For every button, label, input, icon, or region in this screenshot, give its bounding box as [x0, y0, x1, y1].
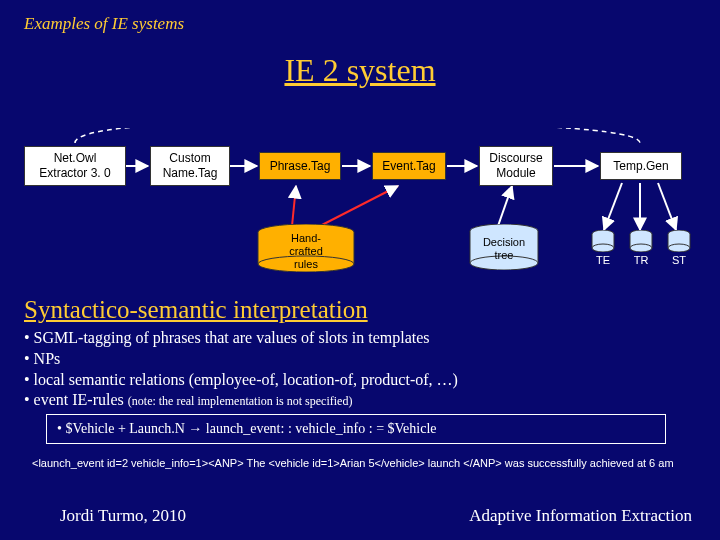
output-st-label: ST — [672, 254, 686, 266]
svg-line-10 — [658, 183, 676, 230]
bullet-3: local semantic relations (employee-of, l… — [24, 370, 696, 391]
bullet-1: SGML-tagging of phrases that are values … — [24, 328, 696, 349]
output-st: ST — [664, 230, 694, 266]
svg-point-35 — [668, 244, 690, 252]
slide-header: Examples of IE systems — [24, 14, 184, 34]
node-decisiontree: Decision tree — [468, 224, 540, 270]
node-phrase: Phrase.Tag — [259, 152, 341, 180]
svg-point-25 — [592, 244, 614, 252]
bullet-4: event IE-rules (note: the real implement… — [24, 390, 696, 411]
svg-line-8 — [604, 183, 622, 230]
svg-line-7 — [498, 186, 512, 226]
node-handrules: Hand-crafted rules — [256, 224, 356, 272]
node-netowl: Net.Owl Extractor 3. 0 — [24, 146, 126, 186]
svg-line-6 — [320, 186, 398, 226]
handrules-label: Hand-crafted rules — [281, 232, 331, 272]
output-tr: TR — [626, 230, 656, 266]
rule-code-box: $Vehicle + Launch.N → launch_event: : ve… — [46, 414, 666, 444]
svg-point-30 — [630, 244, 652, 252]
section-heading: Syntactico-semantic interpretation — [24, 296, 368, 324]
bullet-4-note: (note: the real implementation is not sp… — [128, 394, 353, 408]
slide-title: IE 2 system — [0, 52, 720, 89]
bullet-2: NPs — [24, 349, 696, 370]
node-tempgen: Temp.Gen — [600, 152, 682, 180]
node-event: Event.Tag — [372, 152, 446, 180]
svg-line-5 — [292, 186, 296, 226]
sgml-example: <launch_event id=2 vehicle_info=1><ANP> … — [32, 456, 688, 471]
output-tr-label: TR — [634, 254, 649, 266]
output-te: TE — [588, 230, 618, 266]
footer-author: Jordi Turmo, 2010 — [60, 506, 186, 526]
decisiontree-label: Decision tree — [483, 236, 525, 262]
diagram-stage: Net.Owl Extractor 3. 0 Custom Name.Tag P… — [0, 128, 720, 303]
node-custom: Custom Name.Tag — [150, 146, 230, 186]
output-te-label: TE — [596, 254, 610, 266]
footer-topic: Adaptive Information Extraction — [469, 506, 692, 526]
bullet-list: SGML-tagging of phrases that are values … — [24, 328, 696, 411]
node-discourse: Discourse Module — [479, 146, 553, 186]
